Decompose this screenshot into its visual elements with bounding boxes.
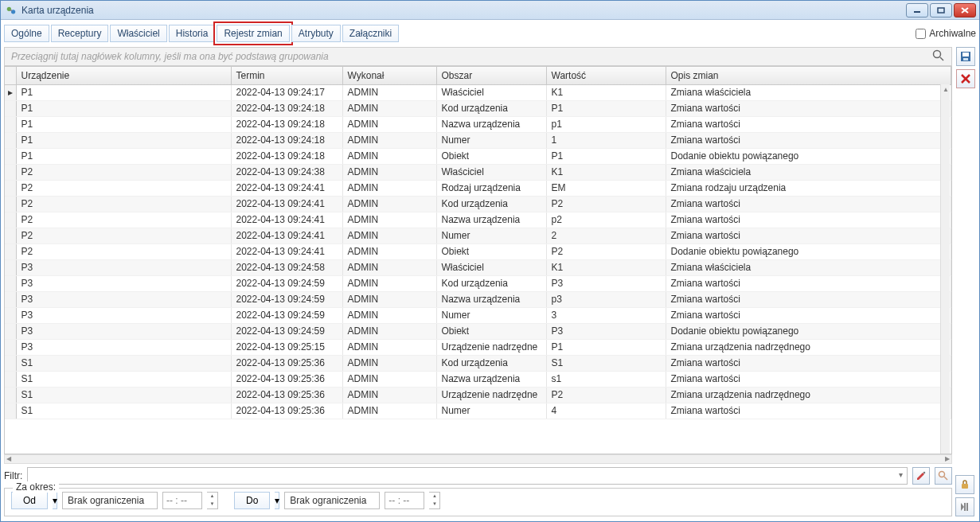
- cell: P1: [546, 148, 666, 164]
- col-device[interactable]: Urządzenie: [16, 67, 231, 84]
- row-indicator: [5, 387, 16, 403]
- table-row[interactable]: S12022-04-13 09:25:36ADMINNumer4Zmiana w…: [5, 403, 951, 419]
- cell: Obiekt: [436, 148, 546, 164]
- cell: Zmiana właściciela: [666, 259, 951, 275]
- cell: Zmiana wartości: [666, 355, 951, 371]
- from-date-value[interactable]: Brak ograniczenia: [62, 492, 158, 509]
- filter-edit-button[interactable]: [912, 467, 930, 485]
- svg-rect-9: [923, 472, 926, 474]
- to-dropdown[interactable]: ▾: [275, 492, 279, 509]
- table-row[interactable]: P22022-04-13 09:24:41ADMINObiektP2Dodani…: [5, 243, 951, 259]
- filter-label: Filtr:: [4, 470, 22, 481]
- row-indicator: [5, 259, 16, 275]
- header-row[interactable]: Urządzenie Termin Wykonał Obszar Wartość…: [5, 67, 951, 84]
- from-time-value[interactable]: -- : --: [162, 492, 202, 509]
- table-row[interactable]: P22022-04-13 09:24:41ADMINNumer2Zmiana w…: [5, 228, 951, 243]
- filter-input[interactable]: [27, 467, 908, 485]
- from-time-spinner[interactable]: ▲▼: [207, 492, 218, 509]
- cell: p3: [546, 291, 666, 307]
- row-indicator: [5, 196, 16, 212]
- table-row[interactable]: S12022-04-13 09:25:36ADMINNazwa urządzen…: [5, 371, 951, 387]
- table-row[interactable]: P12022-04-13 09:24:18ADMINKod urządzenia…: [5, 100, 951, 116]
- table-row[interactable]: P32022-04-13 09:24:58ADMINWłaścicielK1Zm…: [5, 259, 951, 275]
- cell: 2022-04-13 09:25:36: [231, 403, 342, 419]
- cell: P1: [16, 84, 231, 100]
- row-indicator: [5, 243, 16, 259]
- close-button[interactable]: [954, 3, 976, 18]
- tab-receptury[interactable]: Receptury: [51, 25, 109, 42]
- maximize-button[interactable]: [930, 3, 952, 18]
- table-row[interactable]: P32022-04-13 09:24:59ADMINObiektP3Dodani…: [5, 323, 951, 339]
- table-row[interactable]: P12022-04-13 09:24:18ADMINObiektP1Dodani…: [5, 148, 951, 164]
- cell: ADMIN: [342, 148, 436, 164]
- row-indicator: [5, 275, 16, 291]
- changes-grid[interactable]: Urządzenie Termin Wykonał Obszar Wartość…: [4, 66, 952, 454]
- table-row[interactable]: P32022-04-13 09:24:59ADMINNumer3Zmiana w…: [5, 307, 951, 323]
- cell: Dodanie obiektu powiązanego: [666, 148, 951, 164]
- to-date-value[interactable]: Brak ograniczenia: [284, 492, 380, 509]
- table-row[interactable]: P22022-04-13 09:24:41ADMINKod urządzenia…: [5, 196, 951, 212]
- archival-checkbox-input[interactable]: [916, 29, 926, 39]
- tab-załączniki[interactable]: Załączniki: [342, 25, 399, 42]
- cell: Zmiana rodzaju urządzenia: [666, 180, 951, 196]
- table-row[interactable]: S12022-04-13 09:25:36ADMINUrządzenie nad…: [5, 387, 951, 403]
- archival-label: Archiwalne: [929, 28, 976, 39]
- tab-ogólne[interactable]: Ogólne: [4, 25, 49, 42]
- cell: Kod urządzenia: [436, 196, 546, 212]
- table-row[interactable]: P22022-04-13 09:24:41ADMINRodzaj urządze…: [5, 180, 951, 196]
- table-row[interactable]: P22022-04-13 09:24:38ADMINWłaścicielK1Zm…: [5, 164, 951, 180]
- svg-line-8: [940, 57, 943, 60]
- cell: Rodzaj urządzenia: [436, 180, 546, 196]
- cell: Nazwa urządzenia: [436, 212, 546, 228]
- table-row[interactable]: P32022-04-13 09:24:59ADMINKod urządzenia…: [5, 275, 951, 291]
- vertical-scrollbar[interactable]: [940, 84, 950, 454]
- tab-atrybuty[interactable]: Atrybuty: [291, 25, 341, 42]
- horizontal-scrollbar[interactable]: [4, 454, 952, 464]
- tab-rejestr-zmian[interactable]: Rejestr zmian: [217, 25, 289, 42]
- col-term[interactable]: Termin: [231, 67, 342, 84]
- to-time-spinner[interactable]: ▲▼: [429, 492, 440, 509]
- minimize-button[interactable]: [906, 3, 928, 18]
- cell: P1: [546, 100, 666, 116]
- search-icon[interactable]: [932, 49, 945, 64]
- table-row[interactable]: P32022-04-13 09:24:59ADMINNazwa urządzen…: [5, 291, 951, 307]
- to-time-value[interactable]: -- : --: [385, 492, 424, 509]
- archival-checkbox[interactable]: Archiwalne: [916, 28, 976, 39]
- cell: ADMIN: [342, 212, 436, 228]
- cancel-button[interactable]: [956, 69, 975, 88]
- table-row[interactable]: ▸P12022-04-13 09:24:17ADMINWłaścicielK1Z…: [5, 84, 951, 100]
- to-button[interactable]: Do: [234, 492, 270, 509]
- cell: Zmiana urządzenia nadrzędnego: [666, 339, 951, 355]
- cell: P2: [16, 212, 231, 228]
- col-value[interactable]: Wartość: [546, 67, 666, 84]
- cell: Numer: [436, 403, 546, 419]
- next-page-button[interactable]: [955, 497, 974, 516]
- col-desc[interactable]: Opis zmian: [666, 67, 951, 84]
- col-user[interactable]: Wykonał: [342, 67, 436, 84]
- tab-właściciel[interactable]: Właściciel: [110, 25, 166, 42]
- cell: Zmiana wartości: [666, 275, 951, 291]
- col-area[interactable]: Obszar: [436, 67, 546, 84]
- cell: P2: [546, 387, 666, 403]
- cell: P2: [16, 180, 231, 196]
- row-indicator: [5, 164, 16, 180]
- group-panel[interactable]: Przeciągnij tutaj nagłówek kolumny, jeśl…: [4, 47, 952, 66]
- from-button[interactable]: Od: [11, 492, 48, 509]
- table-row[interactable]: P32022-04-13 09:25:15ADMINUrządzenie nad…: [5, 339, 951, 355]
- tab-historia[interactable]: Historia: [169, 25, 216, 42]
- table-row[interactable]: P22022-04-13 09:24:41ADMINNazwa urządzen…: [5, 212, 951, 228]
- table-row[interactable]: S12022-04-13 09:25:36ADMINKod urządzenia…: [5, 355, 951, 371]
- cell: ADMIN: [342, 84, 436, 100]
- window: Karta urządzenia OgólneRecepturyWłaścici…: [0, 0, 980, 522]
- table-row[interactable]: P12022-04-13 09:24:18ADMINNazwa urządzen…: [5, 116, 951, 132]
- cell: ADMIN: [342, 132, 436, 148]
- save-button[interactable]: [956, 47, 975, 66]
- cell: p1: [546, 116, 666, 132]
- filter-manager-button[interactable]: [935, 467, 952, 485]
- from-dropdown[interactable]: ▾: [53, 492, 57, 509]
- cell: ADMIN: [342, 243, 436, 259]
- cell: Kod urządzenia: [436, 100, 546, 116]
- cell: Zmiana wartości: [666, 307, 951, 323]
- lock-button[interactable]: [955, 475, 974, 494]
- table-row[interactable]: P12022-04-13 09:24:18ADMINNumer1Zmiana w…: [5, 132, 951, 148]
